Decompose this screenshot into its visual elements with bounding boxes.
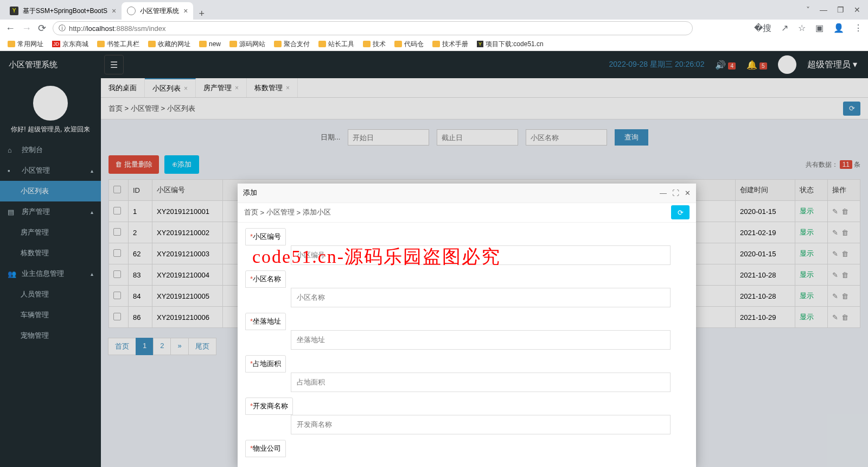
close-icon[interactable]: × xyxy=(112,7,116,15)
delete-icon[interactable]: 🗑 xyxy=(841,207,848,216)
select-all-checkbox[interactable] xyxy=(113,186,121,193)
chevron-down-icon[interactable]: ˅ xyxy=(806,5,810,14)
minimize-icon[interactable]: — xyxy=(660,189,667,197)
row-checkbox[interactable] xyxy=(113,270,121,278)
reload-button[interactable]: ⟳ xyxy=(38,22,46,34)
field-input-4[interactable] xyxy=(291,415,671,434)
star-icon[interactable]: ☆ xyxy=(798,23,806,34)
delete-icon[interactable]: 🗑 xyxy=(841,229,848,237)
page-last[interactable]: 尾页 xyxy=(188,338,216,355)
row-checkbox[interactable] xyxy=(113,313,121,320)
sidebar-item-console[interactable]: ⌂控制台 xyxy=(0,140,101,160)
sidebar-item-building[interactable]: 栋数管理 xyxy=(0,243,101,263)
community-name-input[interactable] xyxy=(526,129,607,146)
bookmark-item[interactable]: 书签工具栏 xyxy=(97,40,139,49)
sidebar-item-property-manage[interactable]: 房产管理 xyxy=(0,222,101,243)
bookmark-item[interactable]: 源码网站 xyxy=(229,40,265,49)
volume-indicator[interactable]: 🔊4 xyxy=(715,60,736,70)
maximize-icon[interactable]: ❐ xyxy=(837,5,844,14)
notification-indicator[interactable]: 🔔5 xyxy=(746,60,767,70)
extension-icon[interactable]: ▣ xyxy=(815,23,824,34)
batch-delete-button[interactable]: 🗑 批量删除 xyxy=(108,155,159,174)
edit-icon[interactable]: ✎ xyxy=(832,207,838,216)
end-date-input[interactable] xyxy=(437,129,518,146)
field-input-2[interactable] xyxy=(291,330,671,350)
new-tab-button[interactable]: + xyxy=(193,8,210,20)
query-button[interactable]: 查询 xyxy=(615,129,648,146)
browser-tab-1[interactable]: 小区管理系统 × xyxy=(122,2,193,20)
row-checkbox[interactable] xyxy=(113,207,121,214)
breadcrumb-item[interactable]: 小区管理 xyxy=(131,104,159,113)
row-checkbox[interactable] xyxy=(113,249,121,257)
close-icon[interactable]: × xyxy=(286,84,290,92)
browser-tab-0[interactable]: Y 基于SSM+SpringBoot+BootS × xyxy=(4,2,122,20)
delete-icon[interactable]: 🗑 xyxy=(841,250,848,258)
sidebar-item-community-list[interactable]: 小区列表 xyxy=(0,181,101,201)
tab-community-list[interactable]: 小区列表× xyxy=(145,78,196,97)
forward-button[interactable]: → xyxy=(22,23,31,34)
edit-icon[interactable]: ✎ xyxy=(832,229,838,237)
bookmark-item[interactable]: 技术 xyxy=(363,40,386,49)
bookmark-item[interactable]: 站长工具 xyxy=(318,40,354,49)
bookmark-item[interactable]: 代码仓 xyxy=(394,40,424,49)
minimize-icon[interactable]: — xyxy=(820,5,827,14)
close-icon[interactable]: × xyxy=(235,84,239,92)
url-input[interactable]: ⓘ http://localhost:8888/ssm/index xyxy=(53,21,693,35)
bookmark-item[interactable]: 聚合支付 xyxy=(274,40,310,49)
sidebar-item-pet[interactable]: 宠物管理 xyxy=(0,325,101,346)
field-input-1[interactable] xyxy=(291,288,671,307)
col-code[interactable]: 小区编号 xyxy=(152,180,223,201)
tab-building[interactable]: 栋数管理× xyxy=(247,78,298,97)
close-icon[interactable]: × xyxy=(183,7,188,15)
sidebar-item-property[interactable]: ▤房产管理▴ xyxy=(0,201,101,222)
delete-icon[interactable]: 🗑 xyxy=(841,292,848,300)
menu-icon[interactable]: ⋮ xyxy=(854,23,863,34)
bookmark-item[interactable]: new xyxy=(199,40,221,48)
back-button[interactable]: ← xyxy=(5,23,15,34)
avatar[interactable] xyxy=(778,55,796,74)
col-id[interactable]: ID xyxy=(129,180,152,201)
bookmark-item[interactable]: 收藏的网址 xyxy=(148,40,190,49)
bookmark-item[interactable]: JD京东商城 xyxy=(52,40,88,49)
bookmark-item[interactable]: 技术手册 xyxy=(432,40,468,49)
tab-desktop[interactable]: 我的桌面 xyxy=(101,78,145,97)
edit-icon[interactable]: ✎ xyxy=(832,250,838,258)
sidebar-item-community[interactable]: ▪小区管理▴ xyxy=(0,160,101,181)
bookmark-item[interactable]: 常用网址 xyxy=(8,40,43,49)
breadcrumb-item[interactable]: 小区管理 xyxy=(266,207,295,217)
row-checkbox[interactable] xyxy=(113,292,121,299)
bookmark-item[interactable]: Y项目下载:code51.cn xyxy=(477,40,544,49)
breadcrumb-item[interactable]: 首页 xyxy=(108,104,123,113)
edit-icon[interactable]: ✎ xyxy=(832,292,838,300)
start-date-input[interactable] xyxy=(348,129,429,146)
field-input-0[interactable] xyxy=(291,245,671,265)
profile-icon[interactable]: 👤 xyxy=(833,23,844,34)
tab-property[interactable]: 房产管理× xyxy=(196,78,247,97)
maximize-icon[interactable]: ⛶ xyxy=(672,189,679,197)
close-icon[interactable]: ✕ xyxy=(854,5,860,14)
breadcrumb-item[interactable]: 首页 xyxy=(244,207,258,217)
search-icon[interactable]: �搜 xyxy=(754,23,771,34)
share-icon[interactable]: ↗ xyxy=(781,23,788,34)
delete-icon[interactable]: 🗑 xyxy=(841,271,848,279)
refresh-button[interactable]: ⟳ xyxy=(843,102,860,116)
delete-icon[interactable]: 🗑 xyxy=(841,313,848,321)
add-button[interactable]: ⊕添加 xyxy=(164,155,199,174)
row-checkbox[interactable] xyxy=(113,228,121,236)
field-input-3[interactable] xyxy=(291,373,671,392)
username-menu[interactable]: 超级管理员 ▾ xyxy=(807,59,857,71)
edit-icon[interactable]: ✎ xyxy=(832,271,838,279)
sidebar-item-vehicle[interactable]: 车辆管理 xyxy=(0,305,101,325)
page-first[interactable]: 首页 xyxy=(108,338,136,355)
menu-toggle-button[interactable]: ☰ xyxy=(104,55,124,74)
sidebar-item-person[interactable]: 人员管理 xyxy=(0,284,101,305)
sidebar-item-owner[interactable]: 👥业主信息管理▴ xyxy=(0,263,101,284)
page-1[interactable]: 1 xyxy=(136,338,154,355)
close-icon[interactable]: ✕ xyxy=(685,189,691,197)
refresh-button[interactable]: ⟳ xyxy=(671,205,690,219)
page-2[interactable]: 2 xyxy=(153,338,171,355)
edit-icon[interactable]: ✎ xyxy=(832,313,838,321)
close-icon[interactable]: × xyxy=(184,85,188,92)
col-status[interactable]: 状态 xyxy=(795,180,828,201)
col-created[interactable]: 创建时间 xyxy=(736,180,795,201)
